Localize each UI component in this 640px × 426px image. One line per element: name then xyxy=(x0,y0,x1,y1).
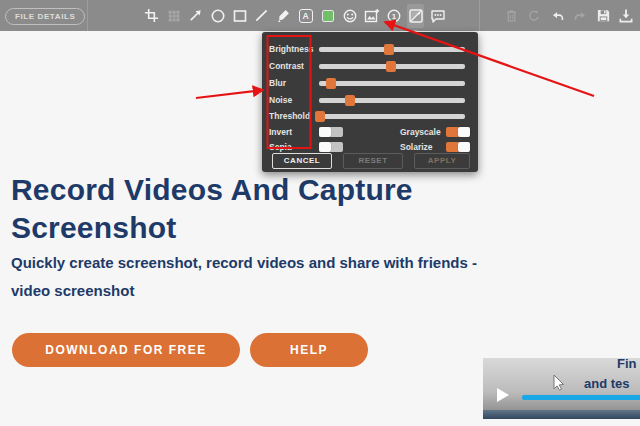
slider-row-brightness: Brightness xyxy=(262,42,478,56)
history-actions-group xyxy=(503,3,634,28)
svg-text:1: 1 xyxy=(391,12,396,21)
crop-icon[interactable] xyxy=(143,4,160,28)
adjustments-icon[interactable]: ▼ xyxy=(407,4,424,28)
text-tool-icon[interactable]: A xyxy=(297,4,314,28)
counter-icon[interactable]: 1 xyxy=(385,4,402,28)
slider-thumb[interactable] xyxy=(384,44,394,55)
color-swatch-icon[interactable] xyxy=(319,4,336,28)
slider-row-noise: Noise xyxy=(262,93,478,107)
line-icon[interactable] xyxy=(253,4,270,28)
slider-thumb[interactable] xyxy=(345,95,355,106)
help-button[interactable]: HELP xyxy=(250,333,368,367)
slider-label: Blur xyxy=(269,78,286,88)
blur-slider[interactable] xyxy=(319,81,465,86)
toggle-row-2: Sepia Solarize xyxy=(262,140,478,154)
video-bottom-strip xyxy=(483,410,640,419)
drawing-tools-group: A 1 ▼ xyxy=(143,3,446,28)
slider-label: Noise xyxy=(269,95,292,105)
slider-row-blur: Blur xyxy=(262,76,478,90)
slider-thumb[interactable] xyxy=(386,61,396,72)
apply-button[interactable]: APPLY xyxy=(414,153,470,169)
solarize-toggle[interactable] xyxy=(446,142,470,152)
save-icon[interactable] xyxy=(595,4,611,28)
redo-icon[interactable] xyxy=(572,4,588,28)
slider-label: Brightness xyxy=(269,44,313,54)
cancel-button[interactable]: CANCEL xyxy=(272,153,332,169)
toggle-label: Sepia xyxy=(269,142,292,152)
play-icon[interactable] xyxy=(496,387,510,403)
slider-label: Contrast xyxy=(269,61,304,71)
invert-toggle[interactable] xyxy=(319,127,343,137)
sepia-toggle[interactable] xyxy=(319,142,343,152)
emoji-icon[interactable] xyxy=(341,4,358,28)
reset-button[interactable]: RESET xyxy=(343,153,403,169)
text-tool-label: A xyxy=(299,9,313,23)
revert-icon[interactable] xyxy=(526,4,542,28)
undo-icon[interactable] xyxy=(549,4,565,28)
delete-icon[interactable] xyxy=(503,4,519,28)
adjustments-panel: Brightness Contrast Blur Noise Threshold… xyxy=(262,32,478,172)
red-arrow-to-labels xyxy=(196,90,263,98)
editor-toolbar: FILE DETAILS A xyxy=(0,0,640,31)
page-title: Record Videos And Capture Screenshot xyxy=(11,171,473,247)
comment-icon[interactable] xyxy=(429,4,446,28)
threshold-slider[interactable] xyxy=(319,114,465,119)
marker-icon[interactable] xyxy=(275,4,292,28)
video-caption-line2: and tes xyxy=(584,376,630,391)
file-details-button[interactable]: FILE DETAILS xyxy=(5,8,85,25)
page-subtitle: Quickly create screenshot, record videos… xyxy=(11,249,496,305)
toggle-row-1: Invert Grayscale xyxy=(262,125,478,139)
download-for-free-button[interactable]: DOWNLOAD FOR FREE xyxy=(12,333,240,367)
video-caption-line1: Fin xyxy=(617,358,637,371)
toggle-label: Grayscale xyxy=(400,127,441,137)
arrow-icon[interactable] xyxy=(187,4,204,28)
toggle-knob xyxy=(458,142,470,152)
slider-thumb[interactable] xyxy=(326,78,336,89)
ellipse-icon[interactable] xyxy=(209,4,226,28)
contrast-slider[interactable] xyxy=(319,64,465,69)
brightness-slider[interactable] xyxy=(319,47,465,52)
slider-label: Threshold xyxy=(269,111,310,121)
slider-row-threshold: Threshold xyxy=(262,109,478,123)
toggle-knob xyxy=(319,142,331,152)
download-icon[interactable] xyxy=(618,4,634,28)
screenshot-editor: { "colors": { "accent_orange": "#dc7135"… xyxy=(0,0,640,426)
video-progress-bar[interactable] xyxy=(522,395,640,400)
toggle-label: Solarize xyxy=(400,142,433,152)
toggle-knob xyxy=(319,127,331,137)
noise-slider[interactable] xyxy=(319,98,465,103)
video-player[interactable]: Fin and tes xyxy=(483,358,640,419)
add-image-icon[interactable] xyxy=(363,4,380,28)
pixelate-icon[interactable] xyxy=(165,4,182,28)
toolbar-divider xyxy=(87,0,88,31)
slider-row-contrast: Contrast xyxy=(262,59,478,73)
toggle-label: Invert xyxy=(269,127,292,137)
slider-thumb[interactable] xyxy=(315,111,325,122)
current-color-swatch xyxy=(322,10,334,22)
toolbar-divider xyxy=(479,0,480,31)
grayscale-toggle[interactable] xyxy=(446,127,470,137)
rectangle-icon[interactable] xyxy=(231,4,248,28)
toggle-knob xyxy=(458,127,470,137)
